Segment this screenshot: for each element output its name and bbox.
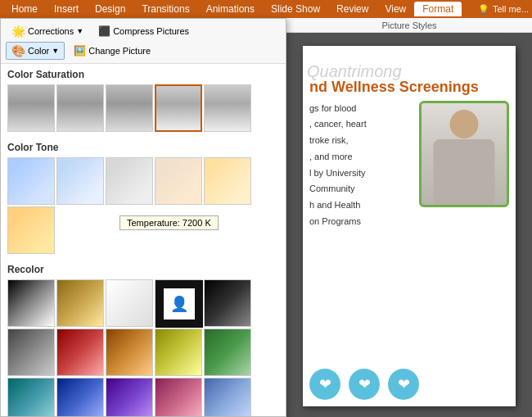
- corrections-button[interactable]: 🌟 Corrections ▼: [6, 22, 89, 40]
- slide-background: Picture Styles Quantrimong nd Wellness S…: [286, 18, 532, 417]
- sat-cell-4[interactable]: [204, 84, 251, 132]
- tone-cell-3[interactable]: [155, 157, 202, 205]
- ribbon-tabs: Home Insert Design Transitions Animation…: [3, 2, 462, 16]
- color-options-scroll[interactable]: Color Saturation Color Tone: [1, 64, 286, 416]
- person-body-sim: [434, 139, 495, 205]
- compress-icon: ⬛: [98, 25, 110, 37]
- recolor-cell-pink[interactable]: [155, 378, 202, 416]
- compress-label: Compress Pictures: [113, 26, 189, 36]
- slide-icon-heart2: ❤: [349, 369, 380, 400]
- color-icon: 🎨: [11, 44, 25, 57]
- tab-animations[interactable]: Animations: [198, 2, 263, 16]
- recolor-cell-orange[interactable]: [106, 329, 153, 376]
- person-head-sim: [450, 110, 479, 138]
- tone-cell-0[interactable]: [7, 157, 55, 205]
- change-picture-button[interactable]: 🖼️ Change Picture: [68, 43, 156, 59]
- color-tone-grid: [1, 156, 286, 259]
- recolor-cell-bw[interactable]: [7, 279, 55, 327]
- recolor-cell-teal[interactable]: [7, 378, 55, 416]
- corrections-dropdown-arrow: ▼: [76, 27, 83, 35]
- color-saturation-grid: [1, 83, 286, 137]
- tone-cell-4[interactable]: [204, 157, 251, 205]
- slide-text-line-1: , cancer, heart: [309, 116, 413, 133]
- change-picture-label: Change Picture: [88, 46, 151, 56]
- tab-home[interactable]: Home: [3, 2, 46, 16]
- corrections-icon: 🌟: [11, 25, 25, 38]
- color-row: 🎨 Color ▼ 🖼️ Change Picture: [6, 42, 281, 60]
- slide-canvas: Quantrimong nd Wellness Screenings gs fo…: [303, 46, 516, 406]
- recolor-cell-yellow[interactable]: [155, 329, 202, 376]
- tab-design[interactable]: Design: [87, 2, 133, 16]
- slide-text-line-5: Community: [309, 181, 413, 197]
- slide-icon-heart1: ❤: [309, 369, 340, 400]
- tab-transitions[interactable]: Transitions: [133, 2, 197, 16]
- corrections-row: 🌟 Corrections ▼ ⬛ Compress Pictures: [6, 22, 281, 40]
- recolor-cell-bright[interactable]: [106, 279, 153, 327]
- slide-body: gs for blood , cancer, heart troke risk,…: [309, 101, 509, 230]
- slide-icon-heart3: ❤: [388, 369, 419, 400]
- recolor-cell-contrast[interactable]: 👤: [155, 279, 202, 327]
- tab-insert[interactable]: Insert: [46, 2, 87, 16]
- tab-slideshow[interactable]: Slide Show: [263, 2, 328, 16]
- sat-cell-1[interactable]: [56, 84, 104, 132]
- sat-cell-2[interactable]: [106, 84, 153, 132]
- color-dropdown-panel: 🌟 Corrections ▼ ⬛ Compress Pictures 🎨 Co…: [0, 18, 286, 417]
- slide-text-area: gs for blood , cancer, heart troke risk,…: [309, 101, 413, 230]
- tone-cell-2[interactable]: [106, 157, 153, 205]
- color-saturation-label: Color Saturation: [1, 64, 286, 83]
- tone-cell-5[interactable]: [7, 206, 55, 254]
- slide-title: nd Wellness Screenings: [309, 79, 509, 96]
- slide-text-line-3: , and more: [309, 149, 413, 165]
- color-label: Color: [28, 46, 49, 56]
- recolor-cell-cool[interactable]: [204, 378, 251, 416]
- slide-person-image[interactable]: [419, 101, 509, 207]
- change-picture-icon: 🖼️: [74, 45, 86, 57]
- tone-cell-1[interactable]: [56, 157, 104, 205]
- tell-me-text: Tell me...: [493, 4, 529, 14]
- color-dropdown-arrow: ▼: [52, 47, 59, 55]
- slide-text-line-4: l by University: [309, 165, 413, 182]
- tell-me-icon: 💡: [478, 4, 489, 15]
- corrections-label: Corrections: [28, 26, 74, 36]
- picture-styles-bar: Picture Styles: [286, 18, 532, 33]
- recolor-cell-purple[interactable]: [106, 378, 153, 416]
- sat-cell-3[interactable]: [155, 84, 202, 132]
- tab-review[interactable]: Review: [328, 2, 376, 16]
- slide-text-line-2: troke risk,: [309, 133, 413, 149]
- compress-button[interactable]: ⬛ Compress Pictures: [92, 23, 195, 39]
- slide-text-line-7: on Programs: [309, 214, 413, 230]
- svg-text:👤: 👤: [170, 295, 189, 313]
- sat-cell-0[interactable]: [7, 84, 55, 132]
- slide-text-line-6: h and Health: [309, 197, 413, 214]
- color-tone-label: Color Tone: [1, 137, 286, 156]
- recolor-cell-green[interactable]: [204, 329, 251, 376]
- ribbon-bar: Home Insert Design Transitions Animation…: [0, 0, 532, 18]
- recolor-cell-blue[interactable]: [56, 378, 104, 416]
- slide-icons-row: ❤ ❤ ❤: [309, 369, 419, 400]
- recolor-grid: 👤: [1, 278, 286, 416]
- tab-format[interactable]: Format: [414, 2, 462, 16]
- dropdown-toolbar: 🌟 Corrections ▼ ⬛ Compress Pictures 🎨 Co…: [1, 19, 286, 64]
- recolor-cell-gray[interactable]: [7, 329, 55, 376]
- recolor-cell-darkbw[interactable]: [204, 279, 251, 327]
- recolor-label: Recolor: [1, 259, 286, 278]
- color-button[interactable]: 🎨 Color ▼: [6, 42, 65, 60]
- tooltip: Temperature: 7200 K: [119, 215, 219, 230]
- tab-view[interactable]: View: [376, 2, 414, 16]
- recolor-cell-warm[interactable]: [56, 279, 104, 327]
- picture-styles-label: Picture Styles: [381, 20, 436, 30]
- tell-me-area[interactable]: 💡 Tell me...: [478, 4, 529, 15]
- slide-text-line-0: gs for blood: [309, 101, 413, 117]
- recolor-cell-red[interactable]: [56, 329, 104, 376]
- tooltip-text: Temperature: 7200 K: [127, 218, 211, 228]
